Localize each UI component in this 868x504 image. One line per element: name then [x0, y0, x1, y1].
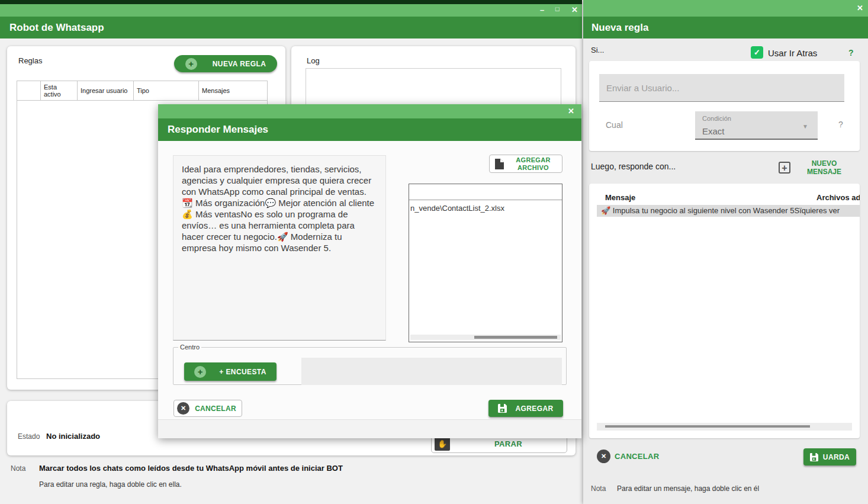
guardar-label: UARDA: [823, 453, 850, 461]
log-label: Log: [307, 56, 320, 65]
estado-value: No inicializado: [46, 432, 100, 441]
messages-hscrollbar[interactable]: [597, 423, 852, 431]
help-icon-2[interactable]: ?: [838, 120, 843, 129]
boxed-plus-icon: +: [779, 162, 790, 174]
condicion-value: Exact: [702, 126, 725, 136]
save-icon: [498, 404, 507, 413]
minimize-icon[interactable]: –: [540, 5, 544, 14]
chevron-down-icon: ▼: [802, 123, 808, 130]
archivos-column-header: Archivos ad: [816, 193, 860, 202]
close-icon[interactable]: ✕: [571, 5, 578, 14]
guardar-button[interactable]: UARDA: [803, 448, 856, 466]
messages-card: Mensaje Archivos ad 🚀 Impulsa tu negocio…: [589, 184, 860, 438]
dialog-close-icon[interactable]: ✕: [568, 107, 574, 115]
panel-nota-label: Nota: [591, 484, 606, 493]
dialog-agregar-button[interactable]: AGREGAR: [488, 400, 563, 417]
usar-ir-atras-checkbox[interactable]: ✓: [751, 46, 763, 59]
panel-cancelar-button[interactable]: ✕ CANCELAR: [597, 450, 659, 463]
dialog-footer-strip: [158, 419, 581, 438]
message-textarea[interactable]: Ideal para emprendedores, tiendas, servi…: [173, 155, 386, 341]
mensaje-column-header: Mensaje: [605, 193, 635, 202]
panel-close-icon[interactable]: ✕: [857, 4, 863, 12]
centro-legend: Centro: [178, 344, 201, 351]
col-mensajes: Mensajes: [199, 81, 255, 100]
col-ingresar-usuario: Ingresar usuario: [78, 81, 134, 100]
plus-icon: +: [185, 58, 197, 70]
nueva-regla-panel: ✕ Nueva regla Si... ✓ Usar Ir Atras ? Cu…: [583, 0, 868, 504]
encuesta-button[interactable]: + + ENCUESTA: [184, 362, 277, 381]
col-tipo: Tipo: [134, 81, 199, 100]
cancel-x-icon: ✕: [597, 450, 610, 463]
panel-cancelar-label: CANCELAR: [615, 452, 659, 461]
check-icon: ✓: [754, 48, 760, 57]
desktop: – □ ✕ Robot de Whatsapp Reglas + NUEVA R…: [0, 0, 868, 504]
dialog-agregar-label: AGREGAR: [515, 405, 553, 413]
nueva-regla-button[interactable]: + NUEVA REGLA: [174, 55, 277, 72]
file-list-header: [409, 184, 562, 200]
dialog-cancelar-button[interactable]: ✕ CANCELAR: [173, 400, 242, 417]
panel-nota-text: Para editar un mensaje, haga doble clic …: [617, 484, 759, 493]
luego-label: Luego, responde con...: [591, 162, 676, 171]
nueva-regla-label: NUEVA REGLA: [213, 60, 266, 68]
parar-label: PARAR: [450, 439, 567, 448]
plus-icon: +: [194, 366, 206, 378]
messages-hscroll-thumb[interactable]: [605, 425, 810, 428]
panel-title: Nueva regla: [583, 17, 868, 38]
centro-group: Centro + + ENCUESTA: [173, 344, 567, 385]
message-row[interactable]: 🚀 Impulsa tu negocio al siguiente nivel …: [597, 205, 860, 217]
nota-normal-text: Para editar una regla, haga doble clic e…: [39, 480, 182, 489]
main-window-title: Robot de Whatsapp: [0, 17, 582, 38]
responder-mensajes-dialog: ✕ Responder Mensajes Ideal para emprende…: [158, 104, 581, 438]
panel-header: Nueva regla: [583, 17, 868, 38]
cual-label: Cual: [606, 120, 623, 130]
save-icon: [810, 453, 818, 461]
help-icon-1[interactable]: ?: [848, 48, 854, 57]
nota-bold-text: Marcar todos los chats como leídos desde…: [39, 464, 343, 473]
dialog-header: Responder Mensajes: [158, 118, 581, 141]
col-empty: [17, 81, 41, 100]
nuevo-mensaje-button[interactable]: + NUEVO MENSAJE: [779, 159, 851, 176]
reglas-label: Reglas: [18, 56, 42, 65]
file-list-hscroll-thumb[interactable]: [474, 336, 557, 339]
enviar-usuario-input[interactable]: [599, 74, 844, 102]
agregar-archivo-button[interactable]: AGREGAR ARCHIVO: [489, 155, 562, 173]
nota-label: Nota: [11, 464, 25, 473]
dialog-titlebar: ✕: [158, 104, 581, 118]
estado-label: Estado: [18, 432, 40, 441]
condition-card: Cual Condición Exact ▼ ?: [589, 61, 860, 151]
file-list[interactable]: n_vende\ContactList_2.xlsx: [409, 184, 562, 342]
rules-table-header: Esta activo Ingresar usuario Tipo Mensaj…: [17, 81, 267, 101]
condicion-label: Condición: [702, 115, 731, 122]
cancel-x-icon: ✕: [177, 402, 189, 415]
si-label: Si...: [591, 46, 604, 54]
window-top-strip: [0, 0, 582, 4]
file-icon: [494, 158, 504, 170]
col-esta-activo: Esta activo: [41, 81, 78, 100]
dialog-cancelar-label: CANCELAR: [189, 405, 242, 413]
main-titlebar: – □ ✕: [0, 4, 582, 17]
encuesta-label: + ENCUESTA: [219, 368, 266, 376]
file-row[interactable]: n_vende\ContactList_2.xlsx: [409, 200, 562, 214]
usar-ir-atras-label: Usar Ir Atras: [768, 48, 817, 58]
main-header: Robot de Whatsapp: [0, 17, 582, 38]
panel-titlebar: ✕: [583, 0, 868, 17]
nuevo-mensaje-label: NUEVO MENSAJE: [798, 159, 851, 176]
condicion-dropdown[interactable]: Condición Exact ▼: [695, 111, 818, 140]
maximize-icon[interactable]: □: [555, 5, 560, 12]
file-list-hscrollbar[interactable]: [410, 335, 561, 340]
dialog-title: Responder Mensajes: [158, 118, 581, 141]
encuesta-input-area[interactable]: [301, 358, 562, 385]
hand-icon: ✋: [435, 436, 450, 451]
agregar-archivo-label: AGREGAR ARCHIVO: [504, 156, 562, 172]
